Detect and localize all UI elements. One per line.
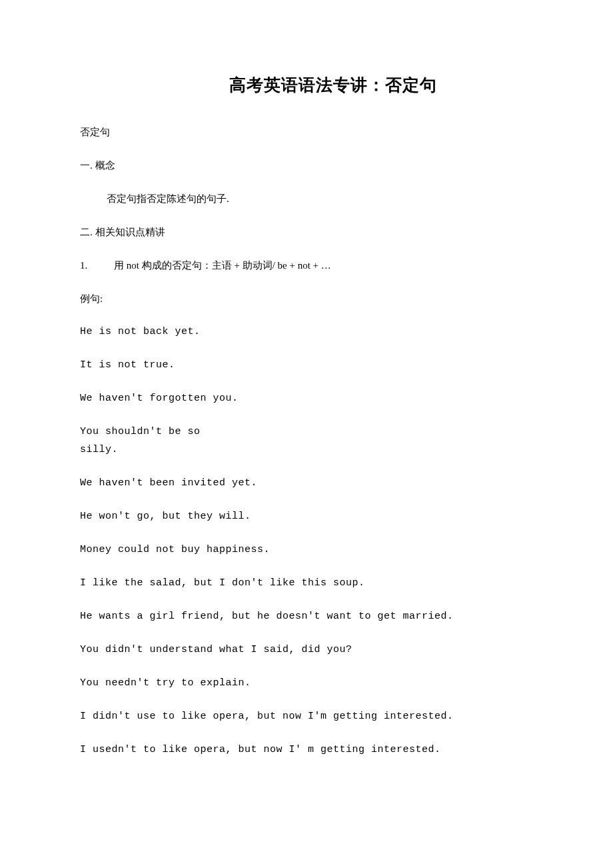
page-title: 高考英语语法专讲：否定句 (133, 72, 533, 99)
example-sentence: We haven't forgotten you. (80, 391, 533, 407)
examples-label: 例句: (80, 291, 533, 307)
section-1-heading: 一. 概念 (80, 157, 533, 173)
example-sentence: You needn't try to explain. (80, 675, 533, 691)
example-sentence: He won't go, but they will. (80, 509, 533, 525)
example-sentence: I didn't use to like opera, but now I'm … (80, 709, 533, 725)
example-sentence: We haven't been invited yet. (80, 475, 533, 491)
section-1-body: 否定句指否定陈述句的句子. (80, 191, 533, 207)
topic-heading: 否定句 (80, 124, 533, 140)
example-sentence: I usedn't to like opera, but now I' m ge… (80, 742, 533, 758)
example-sentence: Money could not buy happiness. (80, 542, 533, 558)
example-sentence: He wants a girl friend, but he doesn't w… (80, 609, 533, 625)
example-sentence: You didn't understand what I said, did y… (80, 642, 533, 658)
example-sentence: It is not true. (80, 357, 533, 373)
example-sentence-continuation: silly. (80, 442, 533, 458)
rule-number: 1. (80, 260, 87, 271)
section-2-heading: 二. 相关知识点精讲 (80, 224, 533, 240)
example-sentence: He is not back yet. (80, 324, 533, 340)
example-sentence: I like the salad, but I don't like this … (80, 575, 533, 591)
rule-text: 用 not 构成的否定句：主语 + 助动词/ be + not + … (114, 260, 331, 271)
example-sentence: You shouldn't be so (80, 424, 533, 440)
rule-1: 1. 用 not 构成的否定句：主语 + 助动词/ be + not + … (80, 257, 533, 273)
